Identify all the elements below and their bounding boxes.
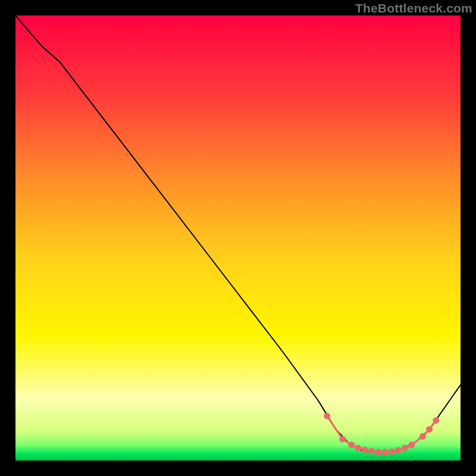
highlight-dot bbox=[355, 445, 361, 452]
highlight-dot bbox=[339, 436, 346, 443]
plot-background bbox=[15, 15, 461, 461]
chart-svg bbox=[0, 0, 476, 476]
highlight-dot bbox=[375, 449, 381, 455]
highlight-dot bbox=[368, 448, 375, 455]
highlight-dot bbox=[389, 449, 395, 455]
highlight-dot bbox=[433, 417, 439, 424]
highlight-dot bbox=[324, 413, 330, 419]
watermark-label: TheBottleneck.com bbox=[355, 1, 472, 15]
chart-stage: { "watermark": "TheBottleneck.com", "cha… bbox=[0, 0, 476, 476]
highlight-dot bbox=[402, 445, 408, 452]
highlight-dot bbox=[395, 447, 402, 453]
highlight-dot bbox=[362, 447, 368, 453]
highlight-dot bbox=[348, 441, 355, 448]
highlight-dot bbox=[419, 433, 426, 440]
highlight-dot bbox=[408, 441, 415, 448]
highlight-dot bbox=[381, 449, 388, 455]
highlight-dot bbox=[426, 426, 433, 433]
